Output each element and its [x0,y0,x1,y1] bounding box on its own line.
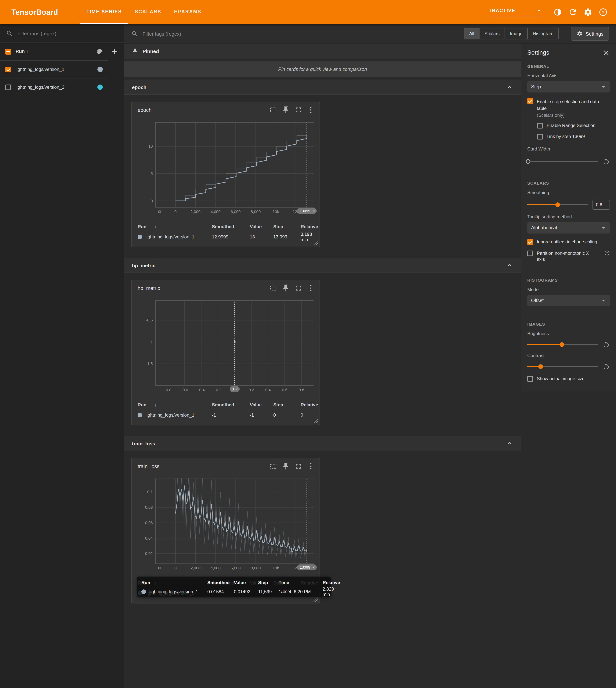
add-experiment-button[interactable] [108,43,121,60]
svg-text:8,000: 8,000 [251,209,261,214]
brightness-label: Brightness [527,331,610,336]
train-loss-line-chart[interactable]: -2,00002,0004,0006,0008,00010k12k0.020.0… [132,474,320,577]
range-selection-row[interactable]: Enable Range Selection [537,123,610,129]
run-name: lightning_logs/version_1 [16,67,93,72]
collapse-chevron-icon[interactable] [506,262,513,269]
help-icon[interactable]: ? [604,250,610,256]
reset-icon[interactable] [602,341,610,349]
svg-text:0.2: 0.2 [248,387,254,392]
settings-panel-title: Settings [527,49,549,56]
reload-status-select[interactable]: INACTIVE [489,7,543,17]
smoothing-input[interactable] [593,200,610,209]
horizontal-axis-select[interactable]: Step [527,81,610,92]
help-icon[interactable]: ? [598,7,608,17]
pin-card-icon[interactable] [282,106,290,114]
svg-text:-2,000: -2,000 [150,566,161,570]
more-options-icon[interactable] [307,106,315,114]
pinned-section-header: Pinned [124,44,521,59]
horizontal-axis-value: Step [531,84,541,89]
runs-table-header: Run ↑ [0,43,108,61]
reset-icon[interactable] [602,158,610,165]
actual-size-checkbox[interactable] [527,376,533,382]
fit-to-data-icon[interactable] [269,284,278,292]
status-label: INACTIVE [490,8,515,13]
fit-to-data-icon[interactable] [269,462,278,470]
range-selection-checkbox[interactable] [537,123,543,129]
hp-metric-scatter-chart[interactable]: -0.8-0.6-0.4-0.200.20.40.60.8-0.5-1-1.50… [132,296,320,398]
tab-hparams[interactable]: HPARAMS [168,0,208,24]
svg-text:-0.8: -0.8 [164,387,171,392]
run-color-swatch[interactable] [97,67,103,72]
tab-time-series[interactable]: TIME SERIES [80,0,128,24]
slider-thumb[interactable] [526,159,530,164]
partition-x-row[interactable]: Partition non-monotonic X axis ? [527,250,610,263]
svg-text:-0.4: -0.4 [198,387,205,392]
ignore-outliers-row[interactable]: Ignore outliers in chart scaling [527,239,610,245]
tags-filter-input[interactable] [142,30,265,37]
run-row-version-1[interactable]: lightning_logs/version_1 [0,61,108,79]
brightness-slider[interactable] [527,345,598,345]
collapse-chevron-icon[interactable] [506,440,513,447]
svg-text:13099: 13099 [300,209,310,213]
svg-text:×: × [312,209,315,213]
plus-icon [111,48,118,56]
run-checkbox[interactable] [5,84,11,90]
actual-size-row[interactable]: Show actual image size [527,376,610,382]
ignore-outliers-checkbox[interactable] [527,239,533,245]
partition-x-checkbox[interactable] [527,250,533,256]
reset-icon[interactable] [602,363,610,371]
runs-filter-input[interactable] [17,30,118,37]
fit-to-data-icon[interactable] [269,106,278,114]
collapse-chevron-icon[interactable] [506,83,513,91]
pin-card-icon[interactable] [282,284,290,292]
card-width-slider[interactable] [527,161,598,162]
refresh-icon[interactable] [568,7,577,17]
section-title: hp_metric [132,263,155,268]
settings-gear-icon[interactable] [584,7,593,17]
fullscreen-icon[interactable] [294,462,303,470]
slider-thumb[interactable] [538,364,543,369]
slider-thumb[interactable] [559,342,564,347]
filter-all-button[interactable]: All [464,28,480,39]
more-options-icon[interactable] [307,284,315,292]
run-row-version-2[interactable]: lightning_logs/version_2 [0,79,108,96]
epoch-line-chart[interactable]: -2,00002,0004,0006,0008,00010k12k0510130… [132,118,320,220]
svg-text:13099: 13099 [300,565,310,569]
svg-text:0.08: 0.08 [145,505,153,509]
step-selection-checkbox[interactable] [527,98,533,104]
smoothing-slider[interactable] [527,204,588,205]
run-color-swatch [141,590,146,594]
link-by-step-row[interactable]: Link by step 13099 [537,133,610,139]
card-train-loss: train_loss -2,00002,0004,0006,0008,00010… [131,458,320,603]
section-header-hp-metric[interactable]: hp_metric [124,258,521,273]
fullscreen-icon[interactable] [294,284,303,292]
fullscreen-icon[interactable] [294,106,303,114]
step-selection-row[interactable]: Enable step selection and data table (Sc… [527,98,610,118]
tooltip-sort-select[interactable]: Alphabetical [527,222,610,234]
runs-sort-header[interactable]: Run ↑ [16,49,91,54]
theme-toggle-icon[interactable] [553,7,562,17]
select-all-runs-checkbox[interactable] [5,49,11,54]
tab-scalars[interactable]: SCALARS [128,0,168,24]
histogram-mode-label: Mode [527,287,610,292]
section-header-train-loss[interactable]: train_loss [124,436,521,451]
pin-card-icon[interactable] [282,462,290,470]
card-title: hp_metric [138,285,265,291]
svg-text:0.8: 0.8 [299,387,304,392]
more-options-icon[interactable] [307,462,315,470]
run-color-swatch[interactable] [97,85,103,90]
filter-histogram-button[interactable]: Histogram [527,28,559,39]
filter-image-button[interactable]: Image [505,28,528,39]
run-name: lightning_logs/version_2 [16,85,93,90]
slider-thumb[interactable] [555,202,560,207]
run-checkbox[interactable] [5,67,11,72]
contrast-slider[interactable] [527,367,598,367]
open-settings-button[interactable]: Settings [571,27,609,41]
link-by-step-checkbox[interactable] [537,134,543,139]
filter-scalars-button[interactable]: Scalars [479,28,505,39]
section-header-epoch[interactable]: epoch [124,80,521,95]
histogram-mode-select[interactable]: Offset [527,295,610,307]
close-icon[interactable] [602,49,610,57]
palette-icon[interactable] [96,48,103,55]
settings-gear-icon [577,31,582,37]
